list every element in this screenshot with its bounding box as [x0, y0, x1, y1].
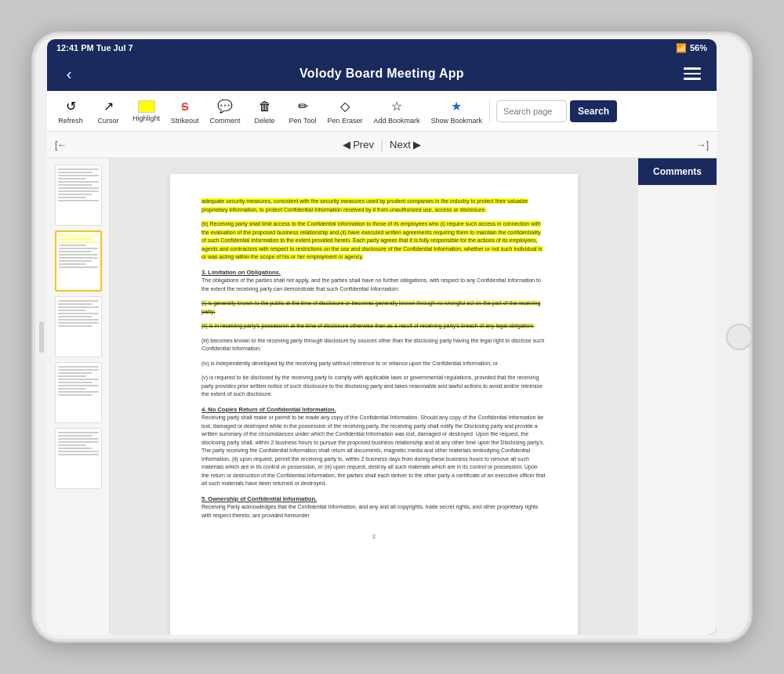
doc-para-6: (iii) becomes known to the receiving par… — [201, 337, 546, 353]
doc-heading-9: 4. No Copies Return of Confidential Info… — [201, 406, 336, 413]
nav-left-bracket: [← — [55, 140, 67, 150]
strikethrough-text-5: (ii) is in receiving party's possession … — [201, 323, 534, 328]
status-icons: 📶 56% — [676, 43, 707, 53]
nav-bar: [← ◀ Prev | Next ▶ →] — [47, 132, 717, 158]
cursor-label: Cursor — [97, 117, 118, 125]
refresh-button[interactable]: ↺ Refresh — [52, 96, 89, 126]
screen: 12:41 PM Tue Jul 7 📶 56% ‹ Volody Board … — [47, 39, 717, 635]
delete-button[interactable]: 🗑 Delete — [246, 96, 284, 126]
doc-para-7: (iv) is independently developed by the r… — [201, 360, 546, 368]
add-bookmark-button[interactable]: ☆ Add Bookmark — [368, 96, 425, 126]
refresh-label: Refresh — [58, 117, 83, 125]
right-bracket-icon: →] — [697, 140, 709, 150]
app-title: Volody Board Meeting App — [299, 67, 464, 81]
show-bookmark-label: Show Bookmark — [431, 117, 483, 125]
add-bookmark-icon: ☆ — [388, 98, 405, 115]
thumbnail-page-2[interactable] — [55, 230, 102, 292]
pen-eraser-icon: ◇ — [336, 98, 354, 115]
add-bookmark-label: Add Bookmark — [373, 117, 419, 125]
thumbnail-page-1[interactable] — [55, 165, 102, 226]
delete-icon: 🗑 — [256, 98, 274, 115]
menu-button[interactable] — [684, 63, 706, 85]
nav-right-bracket: →] — [697, 140, 709, 150]
comments-body — [638, 185, 717, 635]
highlight-swatch — [138, 100, 155, 113]
toolbar: ↺ Refresh ↗ Cursor Highlight S Strikeout — [47, 91, 717, 132]
hamburger-line-2 — [684, 73, 701, 75]
left-bracket-icon: [← — [55, 140, 67, 150]
doc-para-9: 4. No Copies Return of Confidential Info… — [201, 405, 546, 488]
doc-heading-10: 5. Ownership of Confidential Information… — [201, 495, 317, 502]
highlight-label: Highlight — [132, 114, 160, 122]
doc-para-5: (ii) is in receiving party's possession … — [201, 322, 546, 331]
toolbar-separator — [489, 100, 490, 123]
pen-eraser-button[interactable]: ◇ Pen Eraser — [321, 96, 368, 126]
cursor-icon: ↗ — [100, 98, 117, 115]
left-side-button — [39, 321, 44, 353]
doc-para-2: (b) Receiving party shall limit access t… — [201, 220, 546, 262]
comment-button[interactable]: 💬 Comment — [205, 96, 246, 126]
doc-para-3: 3. Limitation on Obligations. The obliga… — [201, 268, 546, 294]
doc-para-8: (v) is required to be disclosed by the r… — [201, 374, 546, 399]
comments-header: Comments — [638, 158, 717, 185]
comment-icon: 💬 — [216, 98, 234, 115]
battery-icon: 56% — [690, 43, 707, 53]
cursor-button[interactable]: ↗ Cursor — [89, 96, 127, 126]
delete-label: Delete — [255, 117, 275, 125]
search-button[interactable]: Search — [570, 100, 617, 122]
doc-heading-3: 3. Limitation on Obligations. — [201, 269, 281, 276]
strikethrough-text-4: (i) is generally known to the public at … — [201, 300, 540, 314]
show-bookmark-button[interactable]: ★ Show Bookmark — [426, 96, 488, 126]
hamburger-line-3 — [684, 78, 701, 80]
thumbnail-sidebar — [47, 158, 110, 635]
main-content: adequate security measures, consistent w… — [47, 158, 717, 635]
search-input[interactable] — [496, 100, 567, 122]
next-button[interactable]: Next ▶ — [390, 139, 421, 150]
status-time-date: 12:41 PM Tue Jul 7 — [56, 43, 133, 53]
home-button[interactable] — [726, 324, 753, 350]
doc-para-4: (i) is generally known to the public at … — [201, 299, 546, 316]
thumbnail-page-3[interactable] — [55, 296, 102, 357]
comment-label: Comment — [210, 117, 241, 125]
pen-tool-button[interactable]: ✏ Pen Tool — [284, 96, 322, 126]
thumbnail-page-5[interactable] — [55, 428, 102, 489]
prev-button[interactable]: ◀ Prev — [343, 139, 374, 150]
search-area: Search — [496, 100, 617, 122]
hamburger-line-1 — [684, 67, 701, 70]
highlighted-text-2: (b) Receiving party shall limit access t… — [201, 221, 543, 259]
strikeout-button[interactable]: S Strikeout — [165, 96, 205, 126]
document-area[interactable]: adequate security measures, consistent w… — [110, 158, 638, 635]
page-number: 2 — [201, 532, 546, 541]
pen-tool-label: Pen Tool — [289, 117, 317, 125]
refresh-icon: ↺ — [62, 98, 79, 115]
nav-divider: | — [380, 138, 383, 152]
tablet-frame: 12:41 PM Tue Jul 7 📶 56% ‹ Volody Board … — [31, 31, 753, 643]
status-bar: 12:41 PM Tue Jul 7 📶 56% — [47, 39, 717, 56]
nav-center: ◀ Prev | Next ▶ — [343, 138, 422, 152]
strikeout-label: Strikeout — [171, 117, 199, 125]
strikeout-icon: S — [176, 98, 194, 115]
wifi-icon: 📶 — [676, 43, 687, 53]
show-bookmark-icon: ★ — [448, 98, 465, 115]
app-header: ‹ Volody Board Meeting App — [47, 56, 717, 91]
comments-panel: Comments — [638, 158, 717, 635]
pen-eraser-label: Pen Eraser — [327, 117, 362, 125]
highlight-button[interactable]: Highlight — [127, 99, 165, 124]
back-button[interactable]: ‹ — [58, 63, 80, 85]
thumbnail-page-4[interactable] — [55, 362, 102, 423]
highlighted-text-1: adequate security measures, consistent w… — [201, 198, 528, 212]
pen-tool-icon: ✏ — [294, 98, 311, 115]
doc-para-1: adequate security measures, consistent w… — [201, 197, 546, 214]
document-page: adequate security measures, consistent w… — [170, 174, 578, 635]
doc-para-10: 5. Ownership of Confidential Information… — [201, 495, 546, 520]
